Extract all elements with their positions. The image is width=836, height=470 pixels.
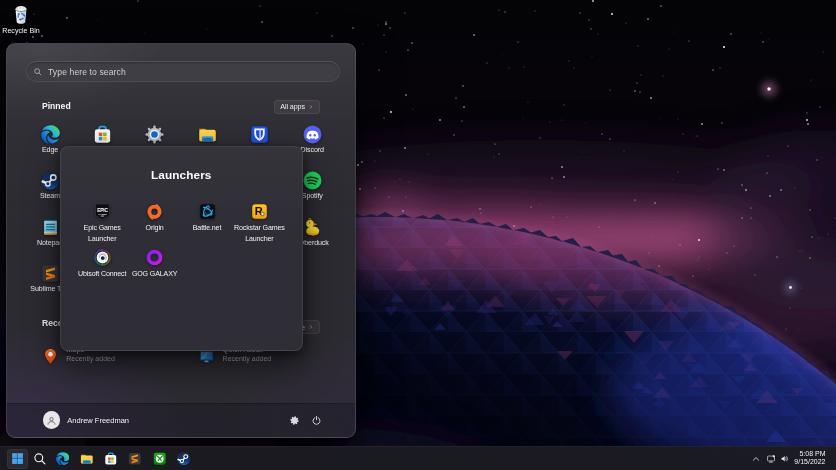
pinned-app-icon-box (303, 125, 322, 144)
notepad-icon (41, 218, 60, 237)
user-profile-button[interactable]: Andrew Freedman (43, 411, 130, 429)
chevron-right-icon (308, 104, 314, 110)
recommended-item-icon-box (198, 348, 215, 365)
taskbar: 5:08 PM 9/15/2022 (0, 446, 836, 470)
pinned-app-icon-box (93, 125, 112, 144)
steam-icon (41, 171, 60, 190)
taskbar-button-xbox[interactable] (149, 449, 171, 469)
folder-title: Launchers (61, 168, 303, 182)
settings-icon (145, 125, 164, 144)
pinned-section-title: Pinned (42, 101, 71, 111)
start-menu-user-bar: Andrew Freedman (7, 403, 355, 438)
cyberduck-icon (303, 218, 322, 237)
chevron-up-icon (751, 454, 761, 464)
folder-app-label: Rockstar Games Launcher (231, 223, 287, 244)
volume-icon (780, 454, 790, 464)
network-display-icon (766, 454, 776, 464)
recommended-item-status: Recently added (223, 355, 272, 364)
folder-app-icon-box (146, 249, 163, 266)
folder-app-icon-box (146, 203, 163, 220)
file-explorer-icon (80, 452, 94, 466)
folder-app-label: Ubisoft Connect (78, 269, 126, 280)
discord-icon (303, 125, 322, 144)
folder-app-ubisoft-connect[interactable]: Ubisoft Connect (74, 249, 130, 280)
search-icon (33, 452, 47, 466)
clock-time: 5:08 PM (794, 450, 825, 459)
settings-button[interactable] (285, 410, 305, 430)
pinned-app-icon-box (41, 264, 60, 283)
start-icon (12, 453, 24, 465)
epic-games-icon (94, 203, 111, 220)
power-button[interactable] (307, 410, 327, 430)
edge-icon (41, 125, 60, 144)
spotify-icon (303, 171, 322, 190)
recycle-bin-icon (12, 3, 30, 26)
pinned-app-label: Spotify (302, 192, 323, 200)
gog-galaxy-icon (146, 249, 163, 266)
pinned-app-icon-box (303, 171, 322, 190)
bitwarden-icon (250, 125, 269, 144)
pinned-app-icon-box (41, 125, 60, 144)
folder-app-gog-galaxy[interactable]: GOG GALAXY (127, 249, 183, 280)
taskbar-button-search[interactable] (29, 449, 51, 469)
folder-app-icon-box (199, 203, 216, 220)
recommended-item-status: Recently added (66, 355, 115, 364)
taskbar-button-sublime-text[interactable] (124, 449, 146, 469)
taskbar-button-start[interactable] (7, 449, 29, 469)
taskbar-button-file-explorer[interactable] (76, 449, 98, 469)
rockstar-games-icon (251, 203, 268, 220)
search-input[interactable]: Type here to search (26, 61, 340, 82)
folder-app-icon-box (94, 203, 111, 220)
launchers-folder-popup: Launchers Epic Games LauncherOriginBattl… (60, 146, 304, 351)
folder-app-origin[interactable]: Origin (127, 203, 183, 234)
pinned-app-icon-box (41, 171, 60, 190)
desktop-icon-label: Recycle Bin (2, 27, 39, 35)
user-name: Andrew Freedman (67, 416, 129, 425)
folder-app-icon-box (94, 249, 111, 266)
all-apps-button[interactable]: All apps (274, 100, 320, 114)
battle-net-icon (199, 203, 216, 220)
pinned-app-icon-box (303, 218, 322, 237)
desktop-icon-recycle-bin[interactable]: Recycle Bin (1, 3, 41, 35)
desktop: Recycle Bin Type here to search Pinned A… (0, 0, 836, 470)
tray-volume-button[interactable] (777, 451, 793, 467)
recommended-item-icon-box (42, 348, 59, 365)
taskbar-button-microsoft-store[interactable] (100, 449, 122, 469)
taskbar-button-steam[interactable] (173, 449, 195, 469)
all-apps-label: All apps (280, 102, 305, 111)
pinned-app-icon-box (145, 125, 164, 144)
folder-app-epic-games[interactable]: Epic Games Launcher (74, 203, 130, 245)
folder-app-battle-net[interactable]: Battle.net (179, 203, 235, 234)
chevron-right-icon (308, 324, 314, 330)
quick-assist-icon (198, 348, 215, 365)
sublime-text-icon (41, 264, 60, 283)
origin-icon (146, 203, 163, 220)
folder-app-label: Epic Games Launcher (74, 223, 130, 244)
microsoft-store-icon (104, 452, 118, 466)
pinned-app-icon-box (198, 125, 217, 144)
taskbar-clock[interactable]: 5:08 PM 9/15/2022 (794, 450, 825, 467)
pinned-app-label: Discord (301, 146, 324, 154)
folder-app-label: Battle.net (193, 223, 221, 234)
user-avatar (43, 411, 61, 429)
search-icon (33, 67, 43, 77)
sublime-text-icon (128, 452, 142, 466)
power-icon (311, 415, 322, 426)
pinned-app-icon-box (250, 125, 269, 144)
folder-app-icon-box (251, 203, 268, 220)
file-explorer-icon (198, 125, 217, 144)
search-placeholder: Type here to search (48, 67, 126, 77)
person-icon (45, 414, 58, 427)
folder-app-label: Origin (146, 223, 164, 234)
store-icon (93, 125, 112, 144)
folder-app-label: GOG GALAXY (132, 269, 177, 280)
folder-app-rockstar-games[interactable]: Rockstar Games Launcher (231, 203, 287, 245)
pinned-app-label: Steam (40, 192, 60, 200)
clock-date: 9/15/2022 (794, 459, 825, 468)
ubisoft-connect-icon (94, 249, 111, 266)
steam-icon (177, 452, 191, 466)
gear-icon (289, 415, 300, 426)
pinned-app-label: Edge (42, 146, 58, 154)
taskbar-button-edge[interactable] (52, 449, 74, 469)
pinned-app-icon-box (41, 218, 60, 237)
